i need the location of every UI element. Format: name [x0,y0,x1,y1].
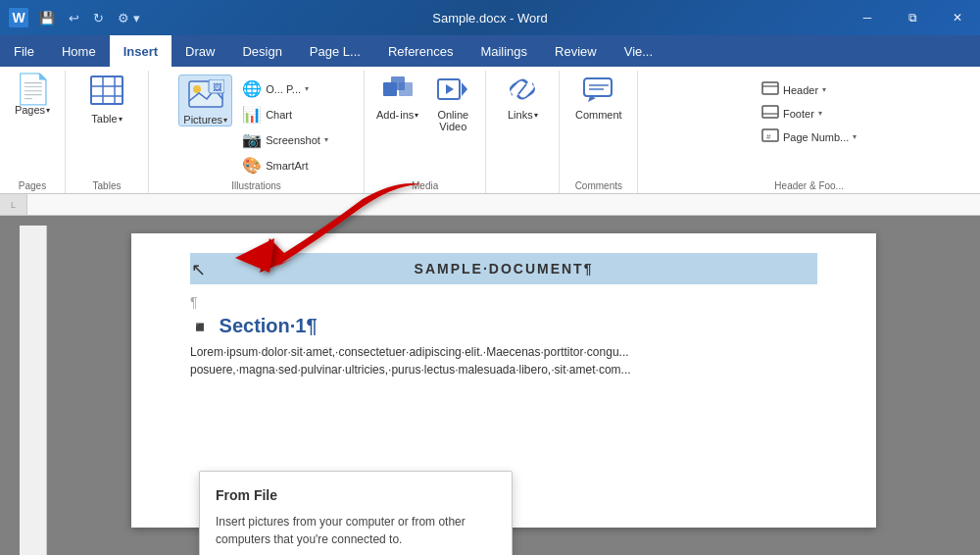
media-group-label: Media [372,177,477,193]
chart-icon: 📊 [242,105,262,124]
body-text-1: Lorem·ipsum·dolor·sit·amet,·consectetuer… [190,343,817,361]
svg-text:🖼: 🖼 [213,82,221,92]
menu-review[interactable]: Review [541,35,611,67]
menu-insert[interactable]: Insert [110,35,172,67]
window-title: Sample.docx - Word [432,11,548,25]
menu-pagelayout[interactable]: Page L... [296,35,374,67]
screenshot-icon: 📷 [242,130,262,149]
comment-icon [582,75,615,109]
ribbon: 📄 Pages ▾ Pages [0,67,980,194]
online-pictures-icon: 🌐 [242,79,262,98]
page-number-button[interactable]: # Page Numb... ▾ [756,126,862,148]
comment-label: Comment [575,109,622,121]
chart-label: Chart [266,109,292,121]
left-margin [20,226,47,555]
menu-mailings[interactable]: Mailings [466,35,541,67]
ribbon-group-media: Add- ins ▾ Online V [365,71,486,193]
svg-marker-14 [446,84,454,94]
table-arrow: ▾ [119,115,122,124]
pictures-label: Pictures [183,114,222,126]
pages-icon: 📄 [15,75,51,104]
svg-rect-11 [391,76,405,90]
menu-references[interactable]: References [374,35,466,67]
save-quick-btn[interactable]: 💾 [35,9,59,27]
pages-button[interactable]: 📄 Pages ▾ [8,71,57,116]
section-title: ◾ Section·1¶ [190,315,817,337]
title-bar-left: W 💾 ↩ ↻ ⚙ ▾ [8,7,144,28]
menu-bar: File Home Insert Draw Design Page L... R… [0,35,980,67]
ribbon-group-illustrations: 🖼 Pictures ▾ 🌐 O... P... ▾ [149,71,365,193]
page-number-icon: # [761,128,779,145]
addins-icon [381,75,415,109]
addins-button[interactable]: Add- ins ▾ [372,71,422,121]
document-area: SAMPLE·DOCUMENT¶ ¶ ◾ Section·1¶ Lorem·ip… [0,216,980,555]
page-number-label: Page Numb... [783,131,849,143]
tooltip-title: From File [216,487,496,503]
ribbon-group-header-footer: Header ▾ Footer ▾ [638,71,980,193]
menu-file[interactable]: File [0,35,48,67]
ruler: L 1 2 3 4 5 6 [0,194,980,216]
pages-label: Pages [15,104,45,116]
menu-view[interactable]: Vie... [611,35,666,67]
header-footer-group-label: Header & Foo... [646,177,972,193]
footer-icon [761,105,779,122]
document-header-bar: SAMPLE·DOCUMENT¶ [190,253,817,284]
svg-point-6 [193,85,201,93]
comment-button[interactable]: Comment [571,71,626,121]
chart-button[interactable]: 📊 Chart [236,102,334,126]
tables-group-label: Tables [74,177,140,193]
table-label: Table [91,113,117,125]
screenshot-button[interactable]: 📷 Screenshot ▾ [236,127,334,152]
online-pictures-button[interactable]: 🌐 O... P... ▾ [236,76,334,101]
table-button[interactable]: Table ▾ [82,71,131,125]
ribbon-group-links: Links ▾ [486,71,560,193]
menu-home[interactable]: Home [48,35,110,67]
online-video-label2: Video [437,121,468,132]
word-icon: W [8,7,29,28]
svg-line-15 [518,84,526,94]
ribbon-group-pages: 📄 Pages ▾ Pages [0,71,66,193]
smartart-button[interactable]: 🎨 SmartArt [236,153,334,177]
pictures-icon: 🖼 [187,79,224,114]
online-video-button[interactable]: Online Video [428,71,477,132]
svg-rect-22 [762,106,778,118]
pictures-button[interactable]: 🖼 Pictures ▾ [178,75,232,126]
window-controls: ─ ⧉ ✕ [845,0,980,35]
redo-btn[interactable]: ↻ [89,9,108,27]
svg-rect-16 [584,78,612,96]
ribbon-group-comments: Comment Comments [560,71,638,193]
addins-label2: ins [400,109,414,121]
svg-marker-13 [462,82,467,96]
pilcrow-mark: ¶ [190,294,817,310]
header-button[interactable]: Header ▾ [756,78,862,101]
undo-btn[interactable]: ↩ [65,9,83,27]
smartart-label: SmartArt [266,160,308,172]
body-text-2: posuere,·magna·sed·pulvinar·ultricies,·p… [190,361,817,378]
restore-btn[interactable]: ⧉ [890,0,935,35]
close-btn[interactable]: ✕ [935,0,980,35]
header-label: Header [783,84,818,96]
smartart-icon: 🎨 [242,156,262,175]
customize-btn[interactable]: ⚙ ▾ [114,9,144,27]
svg-rect-20 [762,82,778,94]
screenshot-label: Screenshot [266,134,320,146]
menu-draw[interactable]: Draw [172,35,228,67]
footer-button[interactable]: Footer ▾ [756,102,862,125]
from-file-tooltip: From File Insert pictures from your comp… [199,471,513,555]
ribbon-group-tables: Table ▾ Tables [66,71,149,193]
title-bar: W 💾 ↩ ↻ ⚙ ▾ Sample.docx - Word ─ ⧉ ✕ [0,0,980,35]
svg-rect-0 [91,76,122,104]
pages-arrow: ▾ [46,106,50,115]
menu-design[interactable]: Design [228,35,295,67]
header-icon [761,81,779,98]
document-header-text: SAMPLE·DOCUMENT¶ [415,261,594,277]
comments-group-label: Comments [567,177,629,193]
svg-text:#: # [766,132,771,141]
minimize-btn[interactable]: ─ [845,0,890,35]
tooltip-description: Insert pictures from your computer or fr… [216,513,496,548]
addins-label: Add- [376,109,399,121]
pages-group-label: Pages [8,177,57,193]
online-video-label: Online [437,109,468,121]
links-button[interactable]: Links ▾ [498,71,547,121]
ruler-marker: L [11,200,16,210]
